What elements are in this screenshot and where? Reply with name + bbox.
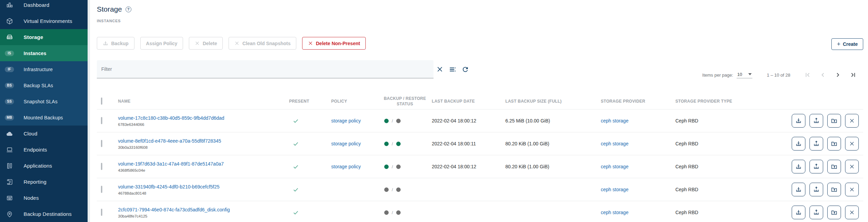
- instance-name-link[interactable]: 2cfc0971-7994-46e0-874c-fa73cd5adfd6_dis…: [118, 207, 230, 212]
- sidebar-nav: Dashboard Virtual Environments Storage I…: [0, 0, 88, 222]
- sidebar-item-instances[interactable]: IS Instances: [0, 45, 88, 61]
- items-per-page-value: 10: [737, 72, 742, 77]
- sidebar-item-reporting[interactable]: Reporting: [0, 174, 88, 190]
- filter-input[interactable]: [101, 66, 429, 72]
- present-check-icon: [289, 118, 331, 124]
- storage-provider-link[interactable]: ceph storage: [601, 210, 629, 215]
- row-checkbox[interactable]: [101, 163, 102, 170]
- sidebar-item-label: Applications: [24, 163, 52, 169]
- items-per-page-select[interactable]: 10: [737, 72, 752, 78]
- virtual-environments-icon: [5, 17, 14, 25]
- policy-link[interactable]: storage policy: [331, 164, 361, 169]
- row-checkbox[interactable]: [101, 209, 102, 216]
- table-row: volume-8ef0f1cd-e478-4eee-a70a-55df8f728…: [97, 132, 863, 155]
- row-delete-button[interactable]: [845, 206, 859, 219]
- sidebar-item-cloud[interactable]: Cloud: [0, 126, 88, 142]
- row-actions: [754, 137, 859, 151]
- sidebar-item-label: Instances: [24, 51, 46, 56]
- sidebar-item-infrastructure[interactable]: IF Infrastructure: [0, 61, 88, 77]
- sidebar-item-label: Virtual Environments: [24, 18, 72, 24]
- policy-link[interactable]: storage policy: [331, 118, 361, 123]
- row-checkbox[interactable]: [101, 140, 102, 147]
- clean-old-snapshots-button[interactable]: Clean Old Snapshots: [229, 37, 296, 50]
- present-check-icon: [289, 164, 331, 170]
- column-header-backup-restore-status: BACKUP / RESTORE STATUS: [378, 96, 432, 107]
- instances-table: NAME PRESENT POLICY BACKUP / RESTORE STA…: [97, 93, 863, 222]
- status-separator: /: [392, 118, 393, 123]
- sidebar-item-endpoints[interactable]: Endpoints: [0, 142, 88, 158]
- storage-provider-link[interactable]: ceph storage: [601, 118, 629, 123]
- row-backup-button[interactable]: [792, 206, 805, 219]
- backup-button[interactable]: Backup: [97, 37, 134, 50]
- row-restore-button[interactable]: [809, 160, 823, 173]
- row-checkbox[interactable]: [101, 186, 102, 193]
- sidebar-item-mounted-backups[interactable]: MB Mounted Backups: [0, 109, 88, 126]
- mount-icon: [831, 209, 838, 216]
- sidebar-item-virtual-environments[interactable]: Virtual Environments: [0, 13, 88, 29]
- last-backup-size: 80.20 KiB (1.00 GiB): [505, 141, 601, 146]
- filter-row: Items per page: 10 1 – 10 of 28: [97, 60, 863, 78]
- row-mount-button[interactable]: [827, 137, 841, 151]
- backup-icon: [103, 40, 108, 46]
- row-mount-button[interactable]: [827, 206, 841, 219]
- row-mount-button[interactable]: [827, 160, 841, 173]
- sidebar-item-nodes[interactable]: Nodes: [0, 190, 88, 206]
- sidebar-item-dashboard[interactable]: Dashboard: [0, 0, 88, 13]
- row-mount-button[interactable]: [827, 183, 841, 196]
- delete-button[interactable]: Delete: [189, 37, 223, 50]
- sidebar-item-backup-destinations[interactable]: Backup Destinations: [0, 206, 88, 222]
- columns-button[interactable]: [446, 60, 459, 78]
- create-button[interactable]: + Create: [831, 38, 863, 50]
- row-checkbox[interactable]: [101, 117, 102, 124]
- storage-provider-link[interactable]: ceph storage: [601, 141, 629, 146]
- row-delete-button[interactable]: [845, 160, 859, 173]
- snapshot-slas-badge: SS: [5, 99, 14, 104]
- nodes-icon: [5, 194, 14, 202]
- storage-provider-link[interactable]: ceph storage: [601, 164, 629, 169]
- row-restore-button[interactable]: [809, 206, 823, 219]
- row-backup-button[interactable]: [792, 160, 805, 173]
- row-delete-button[interactable]: [845, 183, 859, 196]
- backup-restore-status: /: [378, 187, 432, 192]
- row-mount-button[interactable]: [827, 114, 841, 128]
- instance-name-link[interactable]: volume-331940fb-4245-4df0-b210-b69cefcf5…: [118, 184, 220, 190]
- instance-name-link[interactable]: volume-17c8c180-c38b-40d5-859c-9fb4dd7d6…: [118, 115, 224, 121]
- row-backup-button[interactable]: [792, 137, 805, 151]
- sidebar-item-snapshot-slas[interactable]: SS Snapshot SLAs: [0, 93, 88, 109]
- first-page-button[interactable]: [802, 69, 814, 81]
- clear-filter-button[interactable]: [433, 60, 446, 78]
- row-restore-button[interactable]: [809, 137, 823, 151]
- next-page-button[interactable]: [832, 69, 844, 81]
- items-per-page-label: Items per page:: [702, 73, 733, 78]
- row-delete-button[interactable]: [845, 114, 859, 128]
- sidebar: Dashboard Virtual Environments Storage I…: [0, 0, 88, 222]
- previous-page-button[interactable]: [817, 69, 829, 81]
- section-label: INSTANCES: [97, 19, 863, 23]
- instance-name-link[interactable]: volume-19f7d63d-3a1c-47a4-89f1-87de5147a…: [118, 161, 224, 167]
- instance-name-link[interactable]: volume-8ef0f1cd-e478-4eee-a70a-55df8f728…: [118, 138, 221, 144]
- sidebar-item-backup-slas[interactable]: BS Backup SLAs: [0, 77, 88, 93]
- dashboard-icon: [5, 1, 14, 9]
- delete-non-present-button[interactable]: Delete Non-Present: [302, 37, 366, 50]
- policy-link[interactable]: storage policy: [331, 141, 361, 146]
- assign-policy-button[interactable]: Assign Policy: [140, 37, 183, 50]
- storage-provider-link[interactable]: ceph storage: [601, 187, 629, 192]
- row-restore-button[interactable]: [809, 183, 823, 196]
- storage-icon: [5, 33, 14, 41]
- restore-status-dot: [396, 119, 401, 123]
- row-delete-button[interactable]: [845, 137, 859, 151]
- last-backup-size: 80.20 KiB (1.00 GiB): [505, 164, 601, 169]
- table-row: volume-331940fb-4245-4df0-b210-b69cefcf5…: [97, 178, 863, 201]
- instance-id: 46788dac80148: [118, 191, 289, 195]
- row-backup-button[interactable]: [792, 114, 805, 128]
- help-icon[interactable]: ?: [126, 6, 131, 12]
- row-restore-button[interactable]: [809, 114, 823, 128]
- sidebar-item-label: Reporting: [24, 179, 47, 185]
- sidebar-item-applications[interactable]: Applications: [0, 158, 88, 174]
- refresh-button[interactable]: [459, 60, 471, 78]
- row-backup-button[interactable]: [792, 183, 805, 196]
- create-button-label: Create: [843, 41, 858, 47]
- sidebar-item-storage[interactable]: Storage: [0, 29, 88, 45]
- last-page-button[interactable]: [847, 69, 859, 81]
- select-all-checkbox[interactable]: [101, 97, 102, 105]
